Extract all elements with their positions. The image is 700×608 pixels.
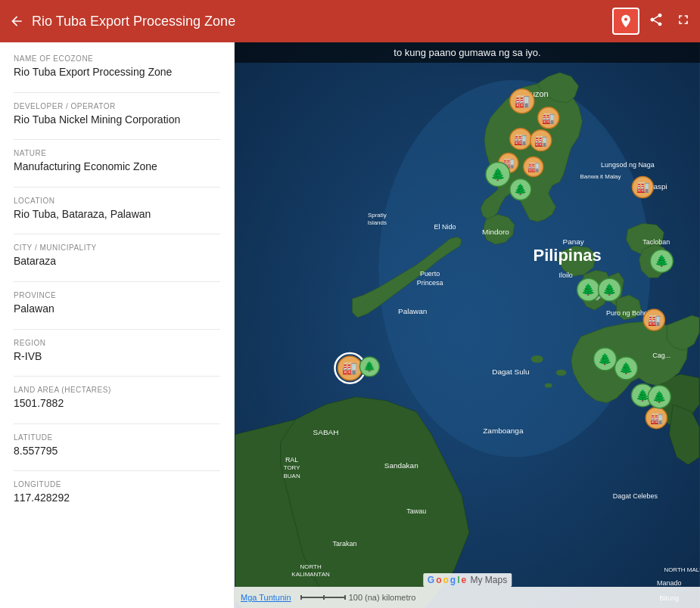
latitude-section: LATITUDE 8.557795: [14, 433, 220, 459]
top-bar: Rio Tuba Export Processing Zone: [0, 0, 700, 42]
marker-factory-2[interactable]: 🏭: [538, 107, 559, 129]
region-label: REGION: [14, 339, 220, 347]
city-section: CITY / MUNICIPALITY Bataraza: [14, 244, 220, 269]
marker-forest-minda4[interactable]: 🌲: [648, 386, 670, 408]
location-label: LOCATION: [14, 197, 220, 205]
svg-text:🏭: 🏭: [542, 112, 555, 125]
marker-factory-3[interactable]: 🏭: [510, 129, 531, 150]
longitude-label: LONGITUDE: [14, 480, 220, 489]
marker-forest-minda2[interactable]: 🌲: [614, 357, 637, 380]
marker-factory-davao[interactable]: 🏭: [646, 408, 667, 429]
svg-text:🌲: 🌲: [598, 352, 612, 366]
svg-text:🌲: 🌲: [619, 361, 633, 375]
svg-point-4: [545, 383, 552, 388]
svg-text:🏭: 🏭: [648, 314, 661, 327]
label-spratly: Spratly: [368, 212, 387, 219]
label-bohol: Puro ng Bohol: [606, 309, 649, 317]
map-area[interactable]: to kung paano gumawa ng sa iyo.: [235, 42, 700, 608]
marker-forest-negros2[interactable]: 🌲: [599, 278, 621, 301]
marker-factory-1[interactable]: 🏭: [510, 89, 534, 113]
svg-text:🏭: 🏭: [527, 160, 540, 173]
divider-2: [14, 139, 220, 140]
label-north-kali: NORTH: [300, 563, 321, 570]
label-sulu: Dagat Sulu: [492, 368, 529, 376]
label-tarakan: Tarakan: [332, 540, 356, 548]
marker-factory-4[interactable]: 🏭: [530, 130, 552, 151]
label-tacloban: Tacloban: [642, 238, 670, 246]
label-sandakan: Sandakan: [384, 461, 418, 470]
marker-forest-near-riotuba[interactable]: 🌲: [359, 357, 379, 377]
ecozone-icon: [612, 8, 639, 35]
top-bar-actions: [649, 12, 691, 31]
marker-forest-luzon[interactable]: 🌲: [486, 163, 510, 187]
marker-forest-visayas[interactable]: 🌲: [650, 250, 673, 272]
terms-link[interactable]: Mga Tuntunin: [241, 593, 291, 602]
map-svg[interactable]: Luzon Pilipinas Mindoro Panay Iloilo Neg…: [235, 42, 700, 608]
nature-value: Manufacturing Economic Zone: [14, 160, 220, 175]
marker-forest-minda1[interactable]: 🌲: [594, 348, 617, 371]
label-sabah: SABAH: [313, 428, 339, 436]
main-content: NAME OF ECOZONE Rio Tuba Export Processi…: [0, 42, 700, 608]
label-manado: Manado: [657, 579, 681, 587]
svg-text:🏭: 🏭: [514, 133, 527, 146]
fullscreen-button[interactable]: [676, 12, 691, 31]
province-label: PROVINCE: [14, 291, 220, 299]
label-palawan: Palawan: [398, 307, 427, 315]
divider-3: [14, 187, 220, 188]
developer-section: DEVELOPER / OPERATOR Rio Tuba Nickel Min…: [14, 102, 220, 128]
back-button[interactable]: [9, 14, 24, 29]
label-sabah-ral: RAL: [285, 456, 298, 464]
label-north-maluku: NORTH MALUKU: [664, 566, 700, 573]
province-section: PROVINCE Palawan: [14, 291, 220, 317]
divider-9: [14, 470, 220, 471]
label-naga: Lungsod ng Naga: [601, 161, 655, 169]
ecozone-name-section: NAME OF ECOZONE Rio Tuba Export Processi…: [14, 54, 220, 80]
share-button[interactable]: [649, 12, 664, 31]
svg-text:🏭: 🏭: [534, 135, 548, 147]
label-panay: Panay: [562, 237, 583, 246]
region-value: R-IVB: [14, 349, 220, 364]
page-title: Rio Tuba Export Processing Zone: [32, 14, 612, 29]
ecozone-name-label: NAME OF ECOZONE: [14, 54, 220, 63]
divider-6: [14, 329, 220, 330]
marker-factory-6[interactable]: 🏭: [524, 157, 543, 177]
svg-text:🌲: 🌲: [602, 283, 617, 296]
city-value: Bataraza: [14, 254, 220, 269]
land-area-label: LAND AREA (HECTARES): [14, 386, 220, 394]
province-value: Palawan: [14, 302, 220, 317]
longitude-value: 117.428292: [14, 491, 220, 506]
svg-point-2: [531, 355, 543, 363]
svg-text:🏭: 🏭: [650, 412, 664, 425]
land-area-section: LAND AREA (HECTARES) 1501.7882: [14, 386, 220, 411]
label-puerto: Puerto: [420, 270, 440, 278]
divider-8: [14, 423, 220, 424]
map-watermark: Google My Maps: [423, 573, 512, 587]
marker-forest-negros1[interactable]: 🌲: [577, 278, 600, 301]
svg-text:🌲: 🌲: [490, 167, 506, 181]
label-sabah-tory: TORY: [284, 464, 301, 471]
svg-text:🌲: 🌲: [363, 360, 376, 373]
nature-label: NATURE: [14, 149, 220, 157]
scale-bar: 100 (na) kilometro: [300, 593, 416, 602]
label-islands: Islands: [368, 219, 387, 226]
label-iloilo: Iloilo: [558, 271, 572, 279]
developer-value: Rio Tuba Nickel Mining Corporation: [14, 113, 220, 128]
city-label: CITY / MUNICIPALITY: [14, 244, 220, 252]
svg-point-3: [556, 370, 567, 376]
divider-5: [14, 281, 220, 282]
latitude-label: LATITUDE: [14, 433, 220, 442]
divider-7: [14, 376, 220, 377]
label-celebes: Dagat Celebes: [613, 492, 658, 500]
marker-factory-legaspi[interactable]: 🏭: [632, 177, 653, 198]
svg-text:🌲: 🌲: [652, 390, 667, 404]
label-mindoro: Mindoro: [482, 228, 509, 236]
label-cagayan: Cag...: [652, 352, 670, 359]
label-sabah-buan: BUAN: [284, 473, 300, 479]
svg-rect-47: [300, 595, 302, 600]
ecozone-name-value: Rio Tuba Export Processing Zone: [14, 65, 220, 80]
longitude-section: LONGITUDE 117.428292: [14, 480, 220, 506]
marker-forest-luzon2[interactable]: 🌲: [510, 179, 531, 200]
svg-rect-48: [323, 595, 325, 600]
label-tawau: Tawau: [406, 507, 426, 515]
marker-factory-bohol[interactable]: 🏭: [643, 309, 664, 330]
